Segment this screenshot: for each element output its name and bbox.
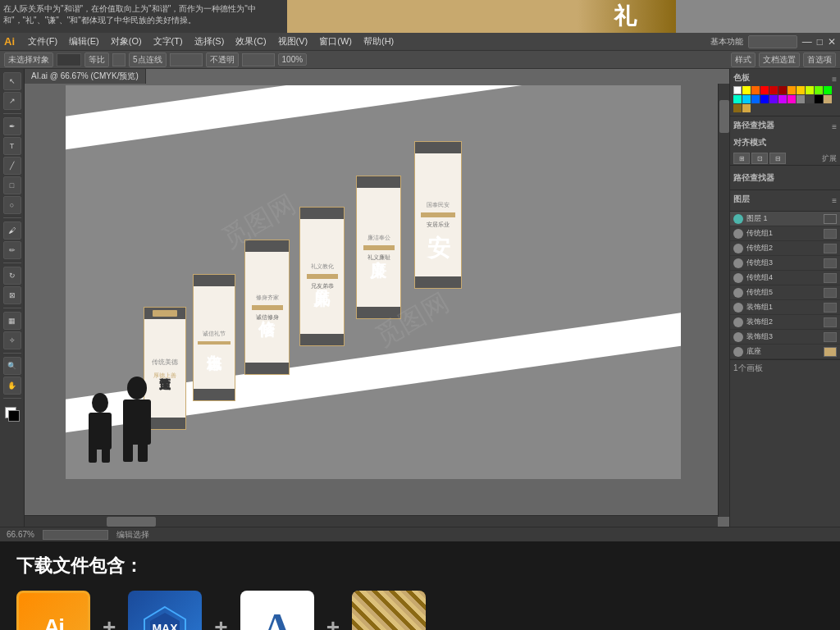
paintbrush-tool[interactable]: 🖌 xyxy=(3,221,21,240)
swatch-darkred[interactable] xyxy=(769,86,778,94)
download-title: 下载文件包含： xyxy=(16,554,824,578)
search-bar[interactable] xyxy=(748,35,797,48)
eyedropper-tool[interactable]: ✧ xyxy=(3,331,21,349)
panel-menu[interactable]: ≡ xyxy=(832,75,837,84)
swatch-violet[interactable] xyxy=(778,95,787,103)
layer-eye-5[interactable] xyxy=(733,288,743,298)
maximize-button[interactable]: □ xyxy=(817,36,823,48)
swatch-tan[interactable] xyxy=(824,95,832,103)
file-tab[interactable]: AI.ai @ 66.67% (CMYK/预览) xyxy=(25,69,146,84)
expand-btn[interactable]: 扩展 xyxy=(822,153,837,164)
layer-5[interactable]: 传统组5 xyxy=(730,285,840,300)
opacity-field[interactable] xyxy=(170,53,203,66)
menu-file[interactable]: 文件(F) xyxy=(23,34,62,49)
menu-window[interactable]: 窗口(W) xyxy=(314,34,357,49)
swatch-amber[interactable] xyxy=(797,86,805,94)
swatch-ochre[interactable] xyxy=(742,104,751,112)
swatch-blue[interactable] xyxy=(751,95,760,103)
menu-view[interactable]: 视图(V) xyxy=(273,34,313,49)
layer-7[interactable]: 装饰组2 xyxy=(730,315,840,330)
layer-eye-2[interactable] xyxy=(733,244,743,253)
swatch-white[interactable] xyxy=(733,86,742,94)
direct-select-tool[interactable]: ↗ xyxy=(3,92,21,110)
layer-eye-8[interactable] xyxy=(733,332,743,342)
layer-4[interactable]: 传统组4 xyxy=(730,271,840,285)
swatch-lime[interactable] xyxy=(806,86,814,94)
swatch-black[interactable] xyxy=(815,95,823,103)
svg-point-4 xyxy=(127,377,147,399)
layer-eye-main[interactable] xyxy=(733,214,743,224)
doc-settings-btn[interactable]: 文档选置 xyxy=(759,52,800,67)
pencil-tool[interactable]: ✏ xyxy=(3,241,21,259)
swatch-darkblue[interactable] xyxy=(760,95,769,103)
layer-eye-7[interactable] xyxy=(733,317,743,327)
layer-8[interactable]: 装饰组3 xyxy=(730,330,840,345)
layer-eye-6[interactable] xyxy=(733,303,743,313)
proportional-btn[interactable]: 等比 xyxy=(84,52,109,67)
layers-menu[interactable]: ≡ xyxy=(832,196,837,205)
zoom-tool[interactable]: 🔍 xyxy=(3,357,21,375)
stroke-box[interactable] xyxy=(57,53,81,66)
layer-eye-base[interactable] xyxy=(733,347,743,357)
horizontal-scrollbar[interactable] xyxy=(25,515,718,527)
menu-text[interactable]: 文字(T) xyxy=(148,34,188,49)
style-btn[interactable]: 样式 xyxy=(731,52,756,67)
swatch-skyblue[interactable] xyxy=(742,95,751,103)
pen-tool[interactable]: ✒ xyxy=(3,117,21,135)
menu-effect[interactable]: 效果(C) xyxy=(231,34,271,49)
align-btn-2[interactable]: ⊡ xyxy=(751,153,768,164)
ellipse-tool[interactable]: ○ xyxy=(3,196,21,214)
hand-tool[interactable]: ✋ xyxy=(3,377,21,395)
status-bar: 66.67% 编辑选择 xyxy=(0,527,840,541)
layer-1[interactable]: 传统组1 xyxy=(730,226,840,241)
zoom-field[interactable] xyxy=(242,53,275,66)
status-label: 编辑选择 xyxy=(116,529,149,541)
align-btn-1[interactable]: ⊞ xyxy=(733,153,750,164)
swatch-gold[interactable] xyxy=(788,86,796,94)
layer-eye-3[interactable] xyxy=(733,258,743,268)
rotate-tool[interactable]: ↻ xyxy=(3,267,21,285)
swatch-pink[interactable] xyxy=(788,95,796,103)
menu-select[interactable]: 选择(S) xyxy=(189,34,230,49)
swatch-purple[interactable] xyxy=(769,95,778,103)
line-tool[interactable]: ╱ xyxy=(3,157,21,175)
appearance-menu[interactable]: ≡ xyxy=(832,122,837,131)
select-tool[interactable]: ↖ xyxy=(3,72,21,90)
layers-add-btn[interactable]: 1个画板 xyxy=(733,363,763,374)
close-button[interactable]: ✕ xyxy=(828,36,836,48)
swatch-orange[interactable] xyxy=(751,86,760,94)
swatch-cyan[interactable] xyxy=(733,95,742,103)
swatch-green[interactable] xyxy=(815,86,823,94)
pts-field[interactable]: 5点连线 xyxy=(129,52,167,67)
vertical-scrollbar[interactable] xyxy=(718,84,729,517)
page-nav[interactable] xyxy=(43,530,108,540)
layer-6[interactable]: 装饰组1 xyxy=(730,300,840,315)
swatch-brightgreen[interactable] xyxy=(824,86,832,94)
options-toolbar: 未选择对象 等比 5点连线 不透明 100% 样式 文档选置 首选项 xyxy=(0,51,840,69)
menu-object[interactable]: 对象(O) xyxy=(106,34,147,49)
layer-3[interactable]: 传统组3 xyxy=(730,256,840,271)
swatch-maroon[interactable] xyxy=(778,86,787,94)
align-btn-3[interactable]: ⊟ xyxy=(769,153,786,164)
swatch-yellow[interactable] xyxy=(742,86,751,94)
layer-eye-1[interactable] xyxy=(733,229,743,239)
fill-stroke-widget[interactable] xyxy=(3,405,21,423)
minimize-button[interactable]: — xyxy=(802,36,812,48)
layer-main[interactable]: 图层 1 xyxy=(730,212,840,226)
scale-tool[interactable]: ⊠ xyxy=(3,286,21,304)
layer-eye-4[interactable] xyxy=(733,273,743,283)
swatch-darkgray[interactable] xyxy=(806,95,814,103)
menu-help[interactable]: 帮助(H) xyxy=(358,34,399,49)
plus-2: + xyxy=(214,614,227,630)
swatch-red[interactable] xyxy=(760,86,769,94)
swatch-gray[interactable] xyxy=(797,95,805,103)
layer-2[interactable]: 传统组2 xyxy=(730,241,840,256)
tool-icon-1[interactable] xyxy=(112,53,126,66)
preferences-btn[interactable]: 首选项 xyxy=(803,52,836,67)
gradient-tool[interactable]: ▦ xyxy=(3,312,21,330)
layer-base[interactable]: 底座 xyxy=(730,345,840,359)
menu-edit[interactable]: 编辑(E) xyxy=(64,34,104,49)
rect-tool[interactable]: □ xyxy=(3,176,21,194)
swatch-brown[interactable] xyxy=(733,104,742,112)
type-tool[interactable]: T xyxy=(3,137,21,155)
